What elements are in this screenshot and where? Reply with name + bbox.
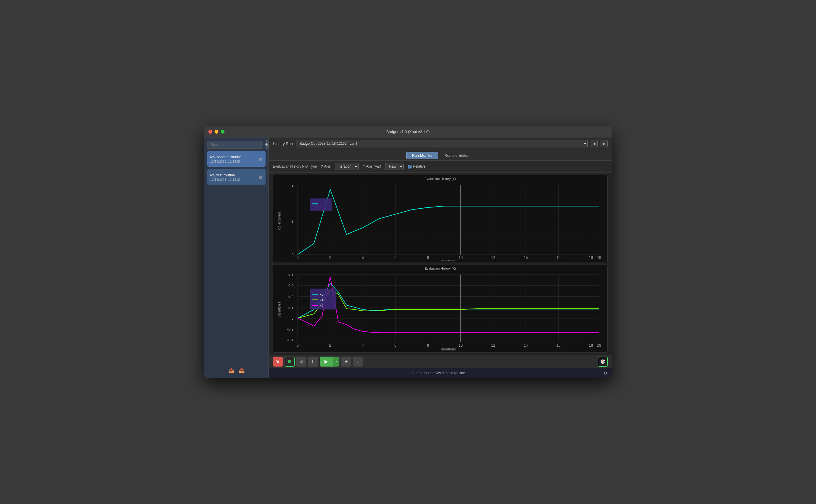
svg-text:0: 0 (292, 316, 294, 321)
routine-name-0: My second routine (210, 155, 241, 159)
svg-text:0: 0 (297, 343, 299, 348)
chart-y: Evaluation History (Y) (273, 175, 608, 263)
settings-gear-icon[interactable]: ⚙ (604, 371, 608, 375)
svg-text:18: 18 (589, 343, 593, 348)
svg-text:x0: x0 (319, 292, 323, 297)
chart-x: Evaluation History (X) (273, 265, 608, 353)
routine-date-0: 12/18/2023, 12:14:58 (210, 160, 241, 163)
svg-text:16: 16 (556, 343, 560, 348)
svg-text:6: 6 (395, 343, 397, 348)
svg-text:variables: variables (277, 302, 281, 317)
svg-text:14: 14 (524, 343, 528, 348)
search-row: + (207, 140, 266, 149)
routine-item-0[interactable]: My second routine 12/18/2023, 12:14:58 🗑 (207, 151, 266, 167)
routine-name-1: My first routine (210, 173, 241, 177)
minimize-button[interactable] (215, 130, 218, 134)
chart-x-title: Evaluation History (X) (273, 265, 607, 270)
svg-text:12: 12 (491, 343, 495, 348)
routine-item-1[interactable]: My first routine 12/18/2023, 12:12:27 🗑 (207, 169, 266, 185)
main-content: + My second routine 12/18/2023, 12:14:58… (204, 137, 612, 378)
copy-button[interactable]: ⊞ (285, 357, 295, 367)
plot-type-label: Evaluation History Plot Type (273, 164, 317, 168)
svg-text:19: 19 (597, 343, 601, 348)
export-button[interactable]: 📥 (228, 367, 234, 373)
y-axis-select[interactable]: Raw (385, 163, 404, 170)
window-title: Badger v1.0 (Xopt v2.1.0) (386, 130, 430, 134)
svg-text:10: 10 (459, 343, 463, 348)
svg-text:4: 4 (362, 343, 364, 348)
svg-text:4: 4 (362, 256, 364, 260)
import-button[interactable]: 📤 (239, 367, 245, 373)
relative-label: Relative (413, 164, 425, 168)
undo-button[interactable]: ↺ (296, 357, 306, 367)
x-axis-select[interactable]: Iteration (335, 163, 359, 170)
tab-run-monitor[interactable]: Run Monitor (406, 152, 438, 159)
svg-text:f: f (319, 202, 321, 206)
status-bar: current routine: My second routine ⚙ (269, 368, 612, 378)
svg-text:0.4: 0.4 (288, 294, 293, 299)
svg-text:8: 8 (427, 256, 429, 260)
svg-text:10: 10 (459, 256, 463, 260)
chart-x-svg: 0.8 0.6 0.4 0.2 0 -0.2 -0.4 variables 0 … (273, 270, 607, 351)
tab-routine-editor[interactable]: Routine Editor (439, 152, 474, 159)
bottom-toolbar: 🗑 ⊞ ↺ ⏸ ▶ ▾ ★ ↓ 🎲 (269, 355, 612, 368)
routine-delete-0[interactable]: 🗑 (259, 156, 263, 161)
svg-text:x2: x2 (319, 303, 323, 308)
history-run-select[interactable]: BadgerOpt-2023-12-18-121624.yaml (296, 140, 588, 147)
star-button[interactable]: ★ (341, 357, 351, 367)
svg-text:0.2: 0.2 (288, 305, 293, 310)
svg-text:0: 0 (292, 253, 294, 258)
svg-text:1: 1 (292, 219, 294, 224)
svg-text:objectives: objectives (277, 212, 281, 230)
titlebar: Badger v1.0 (Xopt v2.1.0) (204, 126, 612, 137)
svg-text:19: 19 (597, 256, 601, 260)
svg-text:12: 12 (491, 256, 495, 260)
app-window: Badger v1.0 (Xopt v2.1.0) + My second ro… (204, 126, 612, 378)
relative-checkbox-label[interactable]: Relative (408, 164, 425, 168)
svg-text:16: 16 (556, 256, 560, 260)
maximize-button[interactable] (221, 130, 225, 134)
close-button[interactable] (208, 130, 212, 134)
prev-run-button[interactable]: ◀ (591, 140, 598, 147)
svg-text:iterations: iterations (441, 259, 456, 261)
env-button[interactable]: 🎲 (598, 357, 608, 367)
pause-button[interactable]: ⏸ (308, 357, 318, 367)
routine-date-1: 12/18/2023, 12:12:27 (210, 178, 241, 181)
routine-delete-1[interactable]: 🗑 (259, 175, 263, 179)
routine-text-1: My first routine 12/18/2023, 12:12:27 (210, 173, 241, 181)
main-area: History Run BadgerOpt-2023-12-18-121624.… (269, 137, 612, 378)
svg-text:x1: x1 (319, 298, 323, 302)
traffic-lights (208, 130, 225, 134)
delete-run-button[interactable]: 🗑 (273, 357, 283, 367)
import-run-button[interactable]: ↓ (353, 357, 363, 367)
x-axis-label: X Axis (321, 164, 331, 168)
svg-text:2: 2 (329, 256, 331, 260)
svg-text:0.6: 0.6 (288, 283, 293, 288)
add-routine-button[interactable]: + (265, 140, 268, 149)
svg-text:2: 2 (292, 183, 294, 188)
sidebar-spacer (207, 187, 266, 363)
routine-text-0: My second routine 12/18/2023, 12:14:58 (210, 155, 241, 163)
history-run-label: History Run (273, 142, 293, 146)
play-group: ▶ ▾ (320, 357, 339, 367)
charts-area: Evaluation History (Y) (269, 173, 612, 355)
relative-checkbox[interactable] (408, 165, 412, 168)
status-text: current routine: My second routine (273, 371, 604, 375)
svg-text:0.8: 0.8 (288, 272, 293, 277)
next-run-button[interactable]: ▶ (601, 140, 608, 147)
svg-text:6: 6 (395, 256, 397, 260)
chart-y-svg: 2 1 0 objectives 0 2 4 6 8 10 12 14 (273, 181, 607, 261)
svg-rect-33 (310, 198, 332, 211)
svg-text:14: 14 (524, 256, 528, 260)
tabs-row: Run Monitor Routine Editor (269, 150, 612, 161)
play-button[interactable]: ▶ (320, 357, 333, 367)
search-input[interactable] (207, 141, 263, 149)
chart-y-title: Evaluation History (Y) (273, 175, 607, 181)
svg-text:2: 2 (329, 343, 331, 348)
main-toolbar: History Run BadgerOpt-2023-12-18-121624.… (269, 137, 612, 150)
play-dropdown-button[interactable]: ▾ (333, 357, 339, 367)
controls-row: Evaluation History Plot Type X Axis Iter… (269, 161, 612, 173)
sidebar: + My second routine 12/18/2023, 12:14:58… (204, 137, 269, 378)
svg-text:iterations: iterations (441, 347, 456, 351)
svg-text:-0.2: -0.2 (287, 327, 294, 331)
